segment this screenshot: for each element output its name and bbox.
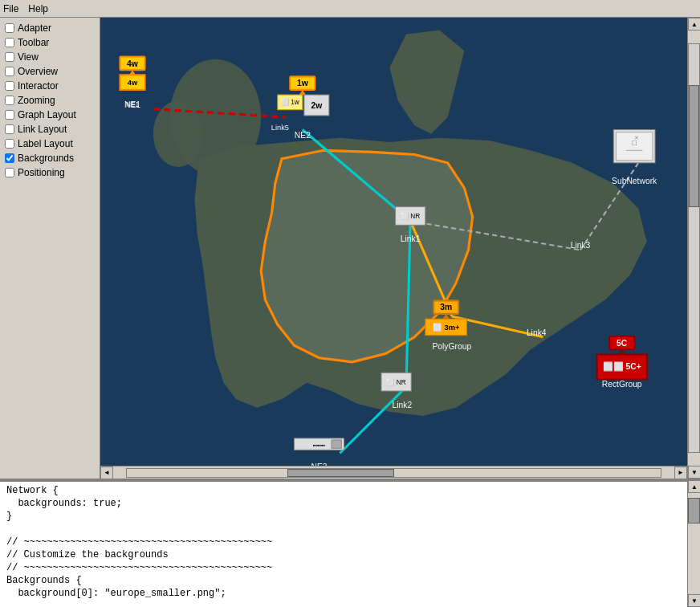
scroll-right-button[interactable]: ► — [674, 466, 687, 479]
scroll-up-button[interactable]: ▲ — [688, 18, 700, 31]
sidebar-item-adapter[interactable]: Adapter — [2, 21, 98, 35]
canvas-area: 4w 4w NE1 NE1 1w ⬜ 1w — [100, 18, 687, 479]
svg-text:Link4: Link4 — [527, 328, 547, 337]
svg-text:⬜ NR: ⬜ NR — [386, 378, 405, 387]
sidebar-checkbox-4[interactable] — [5, 81, 14, 91]
code-scroll-up-button[interactable]: ▲ — [688, 480, 700, 493]
code-line: Network { — [6, 485, 681, 498]
sidebar-checkbox-6[interactable] — [5, 110, 14, 120]
sidebar-item-link-layout[interactable]: Link Layout — [2, 122, 98, 136]
code-line: // ~~~~~~~~~~~~~~~~~~~~~~~~~~~~~~~~~~~~~… — [6, 536, 681, 549]
svg-text:⬜ 1w: ⬜ 1w — [281, 99, 299, 108]
sidebar-checkbox-8[interactable] — [5, 139, 14, 149]
code-line — [6, 523, 681, 536]
scroll-down-button[interactable]: ▼ — [688, 466, 700, 479]
sidebar-item-toolbar[interactable]: Toolbar — [2, 35, 98, 50]
vertical-scroll-thumb[interactable] — [689, 85, 699, 207]
svg-text:5C: 5C — [617, 339, 628, 348]
horizontal-scrollbar: ◄ ► — [100, 466, 687, 479]
vertical-scroll-track[interactable] — [688, 43, 700, 453]
svg-text:⬜ NR: ⬜ NR — [401, 212, 420, 221]
svg-text:⬜⬜ 5C+: ⬜⬜ 5C+ — [603, 361, 641, 372]
sidebar-item-backgrounds[interactable]: Backgrounds — [2, 151, 98, 165]
code-line: // ~~~~~~~~~~~~~~~~~~~~~~~~~~~~~~~~~~~~~… — [6, 562, 681, 575]
horizontal-scroll-track[interactable] — [126, 468, 661, 478]
code-line: } — [6, 511, 681, 523]
sidebar-checkbox-7[interactable] — [5, 124, 14, 134]
map-svg: 4w 4w NE1 NE1 1w ⬜ 1w — [100, 18, 687, 466]
sidebar-label-0: Adapter — [18, 22, 51, 34]
vertical-scrollbar: ▲ ▼ — [687, 18, 700, 479]
svg-text:NE2: NE2 — [295, 131, 311, 140]
code-line: background[0]: "europe_smaller.png"; — [6, 588, 681, 601]
sidebar-label-7: Link Layout — [18, 124, 67, 135]
code-scroll-track[interactable] — [688, 493, 700, 594]
svg-text:NE1: NE1 — [124, 100, 140, 109]
sidebar-item-zooming[interactable]: Zooming — [2, 93, 98, 108]
sidebar-label-8: Label Layout — [18, 138, 73, 149]
sidebar-checkbox-2[interactable] — [5, 52, 14, 62]
svg-text:✕: ✕ — [634, 134, 639, 141]
sidebar-item-positioning[interactable]: Positioning — [2, 165, 98, 180]
svg-text:Link5: Link5 — [271, 124, 289, 132]
code-scrollbar: ▲ ▼ — [687, 480, 700, 607]
sidebar-checkbox-9[interactable] — [5, 153, 14, 163]
sidebar-label-10: Positioning — [18, 167, 65, 178]
sidebar: AdapterToolbarViewOverviewInteractorZoom… — [0, 18, 100, 479]
sidebar-checkbox-10[interactable] — [5, 168, 14, 177]
code-line: Backgrounds { — [6, 575, 681, 588]
svg-text:4w: 4w — [127, 59, 139, 68]
sidebar-item-interactor[interactable]: Interactor — [2, 79, 98, 93]
svg-text:Link3: Link3 — [571, 241, 591, 250]
code-line: backgrounds: true; — [6, 498, 681, 511]
code-panel-wrapper: Network { backgrounds: true;} // ~~~~~~~… — [0, 479, 700, 607]
svg-text:NE3: NE3 — [311, 462, 327, 466]
svg-text:Link2: Link2 — [392, 401, 412, 409]
sidebar-item-overview[interactable]: Overview — [2, 64, 98, 79]
svg-text:2w: 2w — [311, 101, 324, 110]
code-scroll-down-button[interactable]: ▼ — [688, 594, 700, 607]
sidebar-label-5: Zooming — [18, 95, 55, 106]
svg-text:RectGroup: RectGroup — [602, 380, 642, 389]
svg-text:3m: 3m — [440, 303, 452, 312]
sidebar-label-3: Overview — [18, 66, 58, 77]
sidebar-label-4: Interactor — [18, 80, 59, 92]
svg-rect-53 — [332, 440, 341, 448]
main-content: AdapterToolbarViewOverviewInteractorZoom… — [0, 18, 700, 479]
horizontal-scroll-thumb[interactable] — [287, 469, 394, 477]
svg-text:▪▪▪▪▪▪: ▪▪▪▪▪▪ — [313, 442, 326, 449]
sidebar-item-label-layout[interactable]: Label Layout — [2, 136, 98, 151]
sidebar-item-graph-layout[interactable]: Graph Layout — [2, 108, 98, 122]
svg-text:Link1: Link1 — [401, 234, 421, 243]
help-menu[interactable]: Help — [28, 3, 48, 14]
sidebar-label-2: View — [18, 51, 39, 63]
scroll-left-button[interactable]: ◄ — [100, 466, 113, 479]
menu-bar: File Help — [0, 0, 700, 18]
map-container[interactable]: 4w 4w NE1 NE1 1w ⬜ 1w — [100, 18, 687, 466]
code-scroll-thumb[interactable] — [688, 498, 700, 523]
code-panel[interactable]: Network { backgrounds: true;} // ~~~~~~~… — [0, 480, 687, 607]
file-menu[interactable]: File — [3, 3, 18, 14]
sidebar-checkbox-1[interactable] — [5, 38, 14, 47]
svg-text:1w: 1w — [297, 79, 309, 88]
sidebar-checkbox-0[interactable] — [5, 23, 14, 33]
svg-text:SubNetwork: SubNetwork — [612, 177, 657, 185]
sidebar-checkbox-5[interactable] — [5, 96, 14, 105]
sidebar-label-9: Backgrounds — [18, 153, 74, 164]
sidebar-label-1: Toolbar — [18, 37, 49, 48]
svg-text:⬜ 3m+: ⬜ 3m+ — [433, 323, 460, 332]
svg-text:4w: 4w — [128, 79, 138, 87]
sidebar-label-6: Graph Layout — [18, 109, 76, 120]
code-line: // Customize the backgrounds — [6, 549, 681, 562]
sidebar-checkbox-3[interactable] — [5, 67, 14, 76]
svg-text:PolyGroup: PolyGroup — [432, 342, 471, 351]
canvas-wrapper: 4w 4w NE1 NE1 1w ⬜ 1w — [100, 18, 700, 479]
sidebar-item-view[interactable]: View — [2, 50, 98, 64]
